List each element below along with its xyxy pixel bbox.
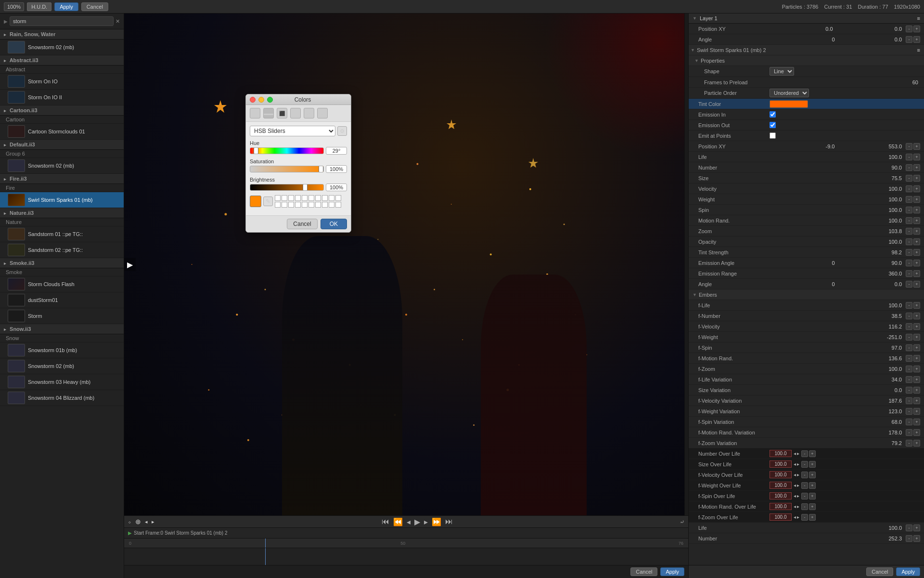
preview-scrollbar[interactable] xyxy=(684,13,688,515)
fast-forward-button[interactable]: ⏩ xyxy=(432,517,441,526)
subcategory-smoke[interactable]: Smoke xyxy=(0,268,124,276)
category-default-file[interactable]: ▸ Default.ii3 xyxy=(0,140,124,150)
ctrl-minus[interactable]: - xyxy=(906,334,912,341)
list-item[interactable]: Storm On IO II xyxy=(0,90,124,105)
zoom-display[interactable]: 100% xyxy=(4,2,24,11)
emit-at-points-checkbox[interactable] xyxy=(770,132,776,139)
swatch-cell[interactable] xyxy=(302,202,308,208)
ctrl-minus[interactable]: - xyxy=(906,355,912,362)
subcategory-nature[interactable]: Nature xyxy=(0,218,124,226)
prop-value-number[interactable]: 90.0 xyxy=(770,165,904,171)
prop-value-size[interactable]: 75.5 xyxy=(770,175,904,181)
prop-value-f-zoom-var[interactable]: 79.2 xyxy=(770,440,904,446)
list-item[interactable]: Snowstorm 02 (mb) xyxy=(0,358,124,374)
subcategory-abstract[interactable]: Abstract xyxy=(0,66,124,74)
prop-value-f-weight[interactable]: -251.0 xyxy=(770,334,904,340)
ctrl-minus[interactable]: - xyxy=(906,408,912,415)
list-item[interactable]: Snowstorm 01b (mb) xyxy=(0,342,124,358)
over-life-arrow-left[interactable]: ◂ xyxy=(794,504,796,509)
color-picker-tab[interactable]: ⬛ xyxy=(277,108,287,118)
hud-button[interactable]: H.U.D. xyxy=(27,2,51,11)
ctrl-plus[interactable]: + xyxy=(913,196,920,203)
ctrl-plus[interactable]: + xyxy=(913,270,920,277)
ctrl-minus[interactable]: - xyxy=(906,376,912,383)
ctrl-plus[interactable]: + xyxy=(913,408,920,415)
play-overlay-button[interactable]: ▶ xyxy=(124,258,136,271)
category-nature-file[interactable]: ▸ Nature.ii3 xyxy=(0,208,124,218)
particle-order-dropdown[interactable]: Unordered xyxy=(770,89,809,97)
ctrl-plus[interactable]: + xyxy=(913,302,920,309)
prop-value-f-zoom[interactable]: 100.0 xyxy=(770,366,904,372)
ctrl-plus[interactable]: + xyxy=(809,503,816,510)
over-life-arrow-right[interactable]: ▸ xyxy=(797,451,799,456)
ctrl-minus[interactable]: - xyxy=(906,154,912,160)
swatch-cell[interactable] xyxy=(329,195,334,201)
loop-icon[interactable]: ⤾ xyxy=(680,519,684,525)
ctrl-minus[interactable]: - xyxy=(906,164,912,171)
ctrl-minus[interactable]: - xyxy=(906,196,912,203)
ctrl-plus[interactable]: + xyxy=(809,514,816,521)
top-cancel-button[interactable]: Cancel xyxy=(81,2,108,11)
ctrl-minus[interactable]: - xyxy=(906,302,912,309)
list-item[interactable]: Snowstorm 03 Heavy (mb) xyxy=(0,374,124,390)
ctrl-minus[interactable]: - xyxy=(906,535,912,542)
keyframe-nav-left[interactable]: ◂ xyxy=(145,519,148,525)
skip-last-button[interactable]: ⏭ xyxy=(445,517,453,526)
ctrl-minus[interactable]: - xyxy=(906,270,912,277)
ctrl-minus[interactable]: - xyxy=(906,366,912,372)
list-item[interactable]: Storm xyxy=(0,308,124,324)
keyframe-add-icon[interactable]: ⊕ xyxy=(135,518,141,525)
ctrl-plus[interactable]: + xyxy=(913,154,920,160)
hsb-mode-dropdown[interactable]: HSB Sliders xyxy=(250,126,335,136)
ctrl-minus[interactable]: - xyxy=(906,281,912,288)
list-item[interactable]: Cartoon Stormclouds 01 xyxy=(0,124,124,140)
prop-value-size-variation[interactable]: 0.0 xyxy=(770,387,904,393)
ctrl-minus[interactable]: - xyxy=(801,482,808,489)
prop-value-f-life[interactable]: 100.0 xyxy=(770,302,904,308)
rewind-button[interactable]: ⏪ xyxy=(393,517,403,526)
ctrl-plus[interactable]: + xyxy=(809,472,816,478)
swatch-cell[interactable] xyxy=(295,195,301,201)
ctrl-minus[interactable]: - xyxy=(906,175,912,182)
swatch-cell[interactable] xyxy=(288,202,294,208)
swatch-cell[interactable] xyxy=(275,195,281,201)
hue-value[interactable]: 29° xyxy=(326,147,347,155)
ctrl-plus[interactable]: + xyxy=(913,334,920,341)
over-life-arrow-left[interactable]: ◂ xyxy=(794,461,796,467)
ctrl-plus[interactable]: + xyxy=(809,482,816,489)
ctrl-minus[interactable]: - xyxy=(906,217,912,224)
prop-ctrl-minus[interactable]: - xyxy=(906,26,912,32)
bottom-apply-button[interactable]: Apply xyxy=(660,567,684,576)
f-motion-rand-over-life-input[interactable] xyxy=(770,503,792,510)
play-button[interactable]: ▶ xyxy=(414,517,420,526)
ctrl-minus[interactable]: - xyxy=(906,238,912,245)
ctrl-plus[interactable]: + xyxy=(913,387,920,394)
colors-cancel-button[interactable]: Cancel xyxy=(287,219,317,229)
ctrl-plus[interactable]: + xyxy=(913,143,920,150)
brightness-slider-track[interactable] xyxy=(250,184,324,191)
ctrl-plus[interactable]: + xyxy=(809,461,816,468)
swatch-cell[interactable] xyxy=(295,202,301,208)
prop-value-position-x[interactable]: 0.0 xyxy=(770,26,835,32)
prop-value-f-spin-var[interactable]: 68.0 xyxy=(770,419,904,425)
category-smoke-file[interactable]: ▸ Smoke.ii3 xyxy=(0,258,124,268)
f-velocity-over-life-input[interactable] xyxy=(770,471,792,478)
prop-value-spin[interactable]: 100.0 xyxy=(770,207,904,213)
over-life-arrow-right[interactable]: ▸ xyxy=(797,514,799,520)
over-life-arrow-left[interactable]: ◂ xyxy=(794,493,796,499)
prop-value-f-number[interactable]: 38.5 xyxy=(770,313,904,319)
ctrl-plus[interactable]: + xyxy=(913,249,920,256)
swatch-cell[interactable] xyxy=(322,195,328,201)
prop-ctrl-plus[interactable]: + xyxy=(913,36,920,43)
list-item[interactable]: Sandstorm 01 ::pe TG:: xyxy=(0,226,124,242)
ctrl-minus[interactable]: - xyxy=(906,397,912,404)
swatch-cell[interactable] xyxy=(288,195,294,201)
over-life-arrow-right[interactable]: ▸ xyxy=(797,472,799,477)
category-fire-file[interactable]: ▸ Fire.ii3 xyxy=(0,174,124,184)
list-item[interactable]: Snowstorm 02 (mb) xyxy=(0,158,124,174)
prop-value-f-velocity[interactable]: 116.2 xyxy=(770,324,904,329)
brightness-value[interactable]: 100% xyxy=(326,184,347,191)
category-abstract-file[interactable]: ▸ Abstract.ii3 xyxy=(0,55,124,66)
step-forward-button[interactable]: ▸ xyxy=(424,517,428,526)
category-snow-file[interactable]: ▸ Snow.ii3 xyxy=(0,324,124,334)
